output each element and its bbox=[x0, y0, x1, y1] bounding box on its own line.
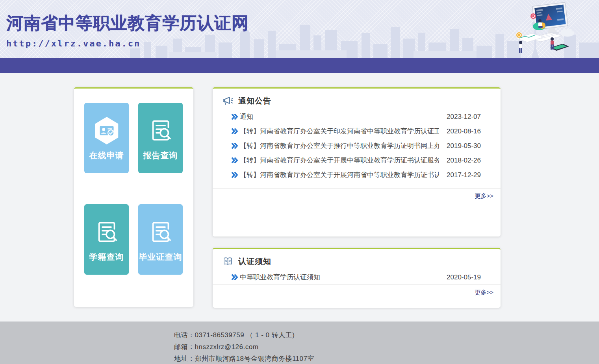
student-status-query-button[interactable]: 学籍查询 bbox=[84, 204, 129, 275]
footer-phone-value: 0371-86539759 （ 1 - 0 转人工) bbox=[195, 331, 295, 339]
double-chevron-icon bbox=[232, 143, 238, 149]
double-chevron-icon bbox=[232, 128, 238, 134]
student-status-query-label: 学籍查询 bbox=[89, 251, 124, 262]
notices-panel: 通知公告 通知 2023-12-07 【转】河南省教育厅办公 bbox=[213, 87, 501, 237]
footer-email-label: 邮箱： bbox=[174, 343, 195, 351]
site-header: 河南省中等职业教育学历认证网 http://xlrz.vae.ha.cn bbox=[0, 0, 599, 58]
notice-date: 2019-05-30 bbox=[447, 142, 481, 150]
double-chevron-icon bbox=[232, 114, 238, 120]
instruction-item[interactable]: 中等职业教育学历认证须知 2020-05-19 bbox=[213, 270, 501, 285]
double-chevron-icon bbox=[232, 274, 238, 280]
footer-address-value: 郑州市顺河路18号金银湾商务楼1107室 bbox=[195, 355, 314, 362]
notice-item[interactable]: 【转】河南省教育厅办公室关于开展河南省中等职业教育学历证书认... 2017-1… bbox=[213, 168, 501, 182]
diploma-query-button[interactable]: 毕业证查询 bbox=[138, 204, 183, 275]
notice-date: 2023-12-07 bbox=[447, 113, 481, 121]
notice-date: 2017-12-29 bbox=[447, 171, 481, 179]
footer-email-value: hnszzxlrz@126.com bbox=[195, 343, 259, 351]
instruction-title[interactable]: 中等职业教育学历认证须知 bbox=[240, 273, 439, 282]
notice-item[interactable]: 【转】河南省教育厅办公室关于印发河南省中等职业教育学历认证工... 2020-0… bbox=[213, 124, 501, 139]
notice-title[interactable]: 【转】河南省教育厅办公室关于开展中等职业教育学历证书认证服务... bbox=[240, 156, 439, 165]
notice-title[interactable]: 【转】河南省教育厅办公室关于印发河南省中等职业教育学历认证工... bbox=[240, 127, 439, 136]
site-url: http://xlrz.vae.ha.cn bbox=[6, 39, 249, 48]
report-query-button[interactable]: 报告查询 bbox=[138, 103, 183, 173]
double-chevron-icon bbox=[232, 172, 238, 178]
footer-address-label: 地址： bbox=[174, 355, 195, 362]
diploma-query-label: 毕业证查询 bbox=[139, 251, 182, 262]
main-content: 在线申请 报告查询 bbox=[0, 73, 599, 322]
notices-more-link[interactable]: 更多>> bbox=[475, 192, 493, 199]
doc-search-icon bbox=[145, 217, 176, 248]
instructions-list: 中等职业教育学历认证须知 2020-05-19 bbox=[213, 270, 501, 285]
instructions-more-row: 更多>> bbox=[213, 285, 501, 296]
site-title: 河南省中等职业教育学历认证网 bbox=[6, 12, 249, 35]
instruction-date: 2020-05-19 bbox=[447, 273, 481, 281]
notices-title: 通知公告 bbox=[238, 96, 271, 106]
doc-search-icon bbox=[91, 217, 122, 248]
notice-date: 2018-02-26 bbox=[447, 157, 481, 164]
notices-list: 通知 2023-12-07 【转】河南省教育厅办公室关于印发河南省中等职业教育学… bbox=[213, 109, 501, 182]
header-illustration bbox=[512, 2, 577, 57]
report-query-label: 报告查询 bbox=[143, 150, 178, 161]
page: 河南省中等职业教育学历认证网 http://xlrz.vae.ha.cn bbox=[0, 0, 599, 364]
quick-actions-panel: 在线申请 报告查询 bbox=[74, 87, 193, 307]
instructions-panel: 认证须知 中等职业教育学历认证须知 2020-05-19 更多>> bbox=[213, 248, 501, 308]
footer-phone-label: 电话： bbox=[174, 331, 195, 339]
notice-item[interactable]: 【转】河南省教育厅办公室关于开展中等职业教育学历证书认证服务... 2018-0… bbox=[213, 153, 501, 168]
nav-bar bbox=[0, 58, 599, 73]
open-book-icon bbox=[223, 257, 234, 267]
megaphone-icon bbox=[223, 96, 234, 106]
online-apply-label: 在线申请 bbox=[89, 150, 124, 161]
instructions-header: 认证须知 bbox=[213, 249, 501, 267]
notice-date: 2020-08-16 bbox=[447, 127, 481, 135]
notice-title[interactable]: 【转】河南省教育厅办公室关于推行中等职业教育学历证明书网上办... bbox=[240, 141, 439, 150]
page-footer: 电话：0371-86539759 （ 1 - 0 转人工) 邮箱：hnszzxl… bbox=[0, 322, 599, 364]
doc-search-icon bbox=[145, 115, 176, 146]
notices-more-row: 更多>> bbox=[213, 188, 501, 200]
online-apply-button[interactable]: 在线申请 bbox=[84, 103, 129, 173]
header-text: 河南省中等职业教育学历认证网 http://xlrz.vae.ha.cn bbox=[6, 12, 249, 48]
notice-title[interactable]: 通知 bbox=[240, 112, 439, 121]
footer-email-line: 邮箱：hnszzxlrz@126.com bbox=[174, 341, 599, 353]
notices-header: 通知公告 bbox=[213, 89, 501, 106]
notice-item[interactable]: 【转】河南省教育厅办公室关于推行中等职业教育学历证明书网上办... 2019-0… bbox=[213, 139, 501, 153]
footer-phone-line: 电话：0371-86539759 （ 1 - 0 转人工) bbox=[174, 329, 599, 341]
notice-item[interactable]: 通知 2023-12-07 bbox=[213, 109, 501, 124]
notice-title[interactable]: 【转】河南省教育厅办公室关于开展河南省中等职业教育学历证书认... bbox=[240, 170, 439, 179]
footer-address-line: 地址：郑州市顺河路18号金银湾商务楼1107室 bbox=[174, 353, 599, 364]
right-column: 通知公告 通知 2023-12-07 【转】河南省教育厅办公 bbox=[213, 87, 501, 308]
id-card-hexagon-icon bbox=[91, 115, 122, 146]
double-chevron-icon bbox=[232, 157, 238, 163]
instructions-more-link[interactable]: 更多>> bbox=[475, 289, 493, 296]
instructions-title: 认证须知 bbox=[238, 256, 271, 267]
